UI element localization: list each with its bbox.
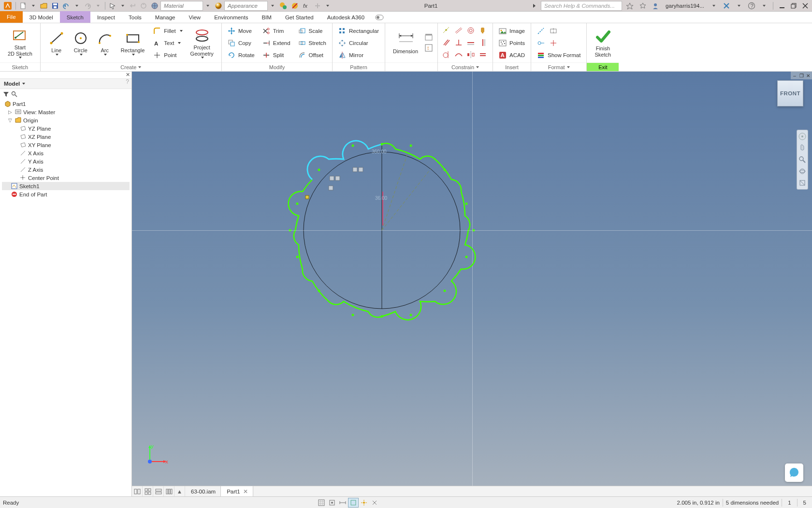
tab-close-icon[interactable]: ✕ — [243, 488, 248, 495]
update-icon[interactable] — [139, 0, 148, 11]
tangent-constraint-icon[interactable] — [442, 50, 451, 60]
viewport-minimize-icon[interactable]: – — [792, 73, 798, 78]
tile-vert-icon[interactable] — [132, 486, 143, 497]
split-button[interactable]: Split — [261, 49, 292, 61]
snap-object-icon[interactable] — [327, 498, 337, 508]
tabs-menu-icon[interactable]: ▲ — [174, 486, 185, 497]
line-button[interactable]: Line — [44, 29, 69, 56]
save-icon[interactable] — [50, 0, 60, 11]
viewport-close-icon[interactable]: ✕ — [805, 73, 811, 78]
fix-constraint-icon[interactable] — [478, 26, 488, 35]
symmetric-constraint-icon[interactable] — [466, 50, 476, 60]
app-icon[interactable] — [2, 0, 13, 11]
tile-grid-icon[interactable] — [143, 486, 153, 497]
select-icon[interactable] — [108, 0, 117, 11]
ribbon-minimize-icon[interactable] — [371, 11, 388, 23]
pan-icon[interactable] — [798, 144, 807, 152]
browser-close-icon[interactable]: ✕ — [126, 72, 130, 78]
window-close-icon[interactable] — [801, 0, 810, 11]
search-expand-icon[interactable] — [530, 0, 538, 11]
extend-button[interactable]: Extend — [261, 37, 292, 49]
insert-acad-button[interactable]: AACAD — [497, 49, 527, 61]
offset-button[interactable]: Offset — [296, 49, 328, 61]
autodesk-bubble-icon[interactable] — [785, 463, 803, 482]
qat-customize-icon[interactable] — [323, 0, 332, 11]
collapse-icon[interactable]: ▽ — [8, 118, 13, 123]
viewcube[interactable]: FRONT — [777, 80, 803, 106]
orbit-icon[interactable] — [798, 167, 807, 176]
username[interactable]: garyharris194... — [666, 3, 704, 9]
tree-end-of-part[interactable]: End of Part — [2, 190, 130, 198]
equal-constraint-icon[interactable] — [478, 50, 488, 60]
doctab-1[interactable]: Part1✕ — [221, 486, 253, 497]
vertical-constraint-icon[interactable] — [478, 38, 488, 47]
tab-bim[interactable]: BIM — [255, 11, 278, 23]
tree-xz-plane[interactable]: XZ Plane — [2, 133, 130, 141]
dimension-button[interactable]: Dimension — [389, 30, 422, 55]
undo-dropdown-icon[interactable] — [72, 0, 81, 11]
fillet-button[interactable]: Fillet — [151, 25, 184, 37]
parallel-constraint-icon[interactable] — [442, 38, 451, 47]
dimension-d1[interactable]: 360.00 — [372, 149, 387, 154]
coincident-constraint-icon[interactable] — [442, 26, 451, 35]
tab-view[interactable]: View — [182, 11, 207, 23]
tab-sketch[interactable]: Sketch — [60, 11, 90, 23]
add-icon[interactable] — [313, 0, 322, 11]
material-dropdown-icon[interactable] — [203, 0, 212, 11]
sketch-canvas[interactable]: – ❐ ✕ FRONT — [132, 72, 812, 496]
concentric-constraint-icon[interactable] — [466, 26, 476, 35]
circle-button[interactable]: Circle — [69, 29, 93, 56]
signin-icon[interactable] — [624, 0, 635, 11]
help-dropdown-icon[interactable] — [760, 0, 768, 11]
adjust-appearance-icon[interactable] — [278, 0, 289, 11]
perpendicular-constraint-icon[interactable] — [454, 38, 464, 47]
start-2d-sketch-button[interactable]: Start 2D Sketch — [4, 26, 36, 59]
window-minimize-icon[interactable] — [778, 0, 786, 11]
return-icon[interactable] — [128, 0, 138, 11]
centerline-icon[interactable] — [550, 27, 557, 35]
exchange-dropdown-icon[interactable] — [735, 0, 743, 11]
search-input[interactable]: Search Help & Commands... — [541, 1, 622, 11]
filter-icon[interactable] — [3, 91, 9, 97]
move-button[interactable]: Move — [226, 25, 257, 37]
panel-label-format[interactable]: Format — [531, 62, 586, 71]
help-icon[interactable]: ? — [746, 0, 757, 11]
tree-origin[interactable]: ▽Origin — [2, 116, 130, 124]
insert-points-button[interactable]: Points — [497, 37, 527, 49]
zoom-icon[interactable] — [798, 155, 807, 164]
trim-button[interactable]: Trim — [261, 25, 292, 37]
tab-file[interactable]: File — [0, 11, 23, 23]
find-icon[interactable] — [11, 91, 17, 97]
appearance-combo[interactable]: Appearance — [224, 1, 268, 11]
text-button[interactable]: A Text — [151, 37, 184, 49]
doctab-0[interactable]: 63-00.iam — [185, 486, 221, 497]
tab-environments[interactable]: Environments — [207, 11, 255, 23]
rectangle-button[interactable]: Rectangle — [117, 29, 149, 56]
smooth-constraint-icon[interactable] — [454, 50, 464, 60]
tab-manage[interactable]: Manage — [148, 11, 182, 23]
collinear-constraint-icon[interactable] — [454, 26, 464, 35]
rotate-button[interactable]: Rotate — [226, 49, 257, 61]
redo-dropdown-icon[interactable] — [94, 0, 102, 11]
finish-sketch-button[interactable]: Finish Sketch — [591, 27, 615, 58]
tab-inspect[interactable]: Inspect — [90, 11, 122, 23]
window-restore-icon[interactable] — [789, 0, 798, 11]
appearance-sphere-icon[interactable] — [213, 0, 224, 11]
point-button[interactable]: Point — [151, 49, 184, 61]
favorite-icon[interactable] — [638, 0, 648, 11]
dimension-d2[interactable]: 36.00 — [375, 195, 387, 201]
lookat-icon[interactable] — [798, 179, 807, 187]
tree-xy-plane[interactable]: XY Plane — [2, 141, 130, 149]
material-combo[interactable]: Material — [160, 1, 203, 11]
stretch-button[interactable]: Stretch — [296, 37, 328, 49]
auto-dimension-icon[interactable] — [424, 33, 434, 43]
tree-centerpoint[interactable]: Center Point — [2, 174, 130, 182]
exchange-icon[interactable] — [721, 0, 732, 11]
arc-button[interactable]: Arc — [93, 29, 117, 56]
centerpoint-icon[interactable] — [550, 39, 557, 47]
tab-3d-model[interactable]: 3D Model — [23, 11, 60, 23]
project-geometry-button[interactable]: Project Geometry — [187, 26, 218, 59]
mirror-button[interactable]: Mirror — [336, 49, 381, 61]
tile-cols-icon[interactable] — [164, 486, 174, 497]
tree-view[interactable]: ▷View: Master — [2, 108, 130, 116]
